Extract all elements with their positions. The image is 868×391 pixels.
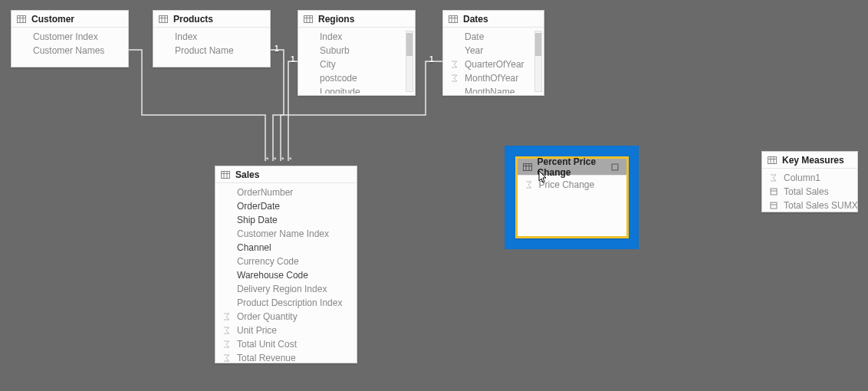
svg-rect-16 (222, 171, 230, 178)
table-title: Sales (235, 169, 259, 180)
scrollbar[interactable] (534, 31, 542, 92)
table-header-key[interactable]: Key Measures (762, 152, 857, 169)
column-item[interactable]: Customer Index (33, 31, 98, 42)
table-title: Percent Price Change (538, 156, 605, 178)
column-list: OrderNumber OrderDate Ship Date Customer… (215, 183, 357, 363)
column-item[interactable]: Index (320, 31, 342, 42)
table-icon (220, 169, 231, 180)
model-canvas[interactable]: 1 1 1 1 * * * * Customer Customer Index … (0, 0, 868, 391)
measure-icon (768, 200, 779, 211)
column-list: Customer Index Customer Names (12, 28, 128, 61)
column-item[interactable]: Column1 (784, 172, 820, 183)
expand-icon[interactable] (610, 162, 620, 172)
table-title: Products (173, 14, 213, 25)
sigma-icon (222, 311, 232, 322)
table-title: Dates (463, 14, 488, 25)
svg-rect-12 (449, 15, 458, 22)
table-header-dates[interactable]: Dates (443, 11, 544, 28)
column-item[interactable]: Product Name (175, 45, 234, 56)
table-icon (158, 14, 169, 25)
column-item[interactable]: Product Description Index (237, 297, 342, 308)
column-item[interactable]: Index (175, 31, 197, 42)
table-header-sales[interactable]: Sales (215, 166, 357, 183)
svg-rect-29 (771, 189, 777, 195)
column-item[interactable]: Currency Code (237, 256, 299, 267)
column-item[interactable]: Longitude (320, 87, 360, 94)
svg-rect-24 (612, 164, 618, 170)
sigma-icon (222, 325, 232, 336)
table-icon (16, 14, 27, 25)
table-title: Regions (318, 14, 354, 25)
column-item[interactable]: Total Revenue (237, 353, 296, 363)
scrollbar[interactable] (406, 31, 413, 92)
svg-rect-20 (523, 163, 531, 170)
cardinality-many: * * * * (266, 156, 294, 163)
column-item[interactable]: MonthName (465, 87, 515, 94)
column-item[interactable]: Customer Name Index (237, 228, 329, 239)
table-title: Customer (31, 14, 74, 25)
sigma-icon (449, 59, 460, 70)
table-icon (522, 162, 533, 172)
column-item[interactable]: Unit Price (237, 325, 277, 336)
table-header-products[interactable]: Products (153, 11, 270, 28)
column-item[interactable]: QuarterOfYear (465, 59, 524, 70)
svg-rect-25 (768, 156, 777, 163)
column-item[interactable]: Total Sales SUMX (784, 200, 857, 211)
svg-rect-4 (159, 15, 168, 22)
svg-rect-0 (18, 15, 26, 22)
sigma-icon (524, 179, 534, 190)
column-item[interactable]: Order Quantity (237, 311, 298, 322)
sigma-icon (222, 339, 232, 350)
measure-icon (768, 186, 779, 197)
table-icon (303, 14, 314, 25)
table-percent-price-change[interactable]: Percent Price Change Price Change (515, 156, 629, 238)
table-header-percent[interactable]: Percent Price Change (518, 159, 626, 176)
table-customer[interactable]: Customer Customer Index Customer Names (11, 10, 129, 67)
column-item[interactable]: Price Change (539, 179, 595, 190)
table-icon (767, 155, 778, 166)
column-item[interactable]: Ship Date (237, 215, 278, 225)
column-item[interactable]: Suburb (320, 45, 350, 56)
column-item[interactable]: Total Unit Cost (237, 339, 297, 350)
table-regions[interactable]: Regions Index Suburb City postcode Longi… (298, 10, 416, 96)
column-item[interactable]: Warehouse Code (237, 270, 308, 281)
column-item[interactable]: OrderNumber (237, 187, 293, 198)
scrollbar-thumb[interactable] (406, 33, 413, 56)
sigma-icon (449, 73, 460, 84)
table-dates[interactable]: Dates Date Year QuarterOfYear MonthOfYea… (442, 10, 544, 96)
table-header-customer[interactable]: Customer (12, 11, 128, 28)
relationship-lines (0, 0, 868, 391)
scrollbar-thumb[interactable] (535, 33, 541, 56)
sigma-icon (222, 353, 232, 363)
table-title: Key Measures (782, 155, 844, 166)
column-item[interactable]: Channel (237, 242, 271, 253)
column-list: Index Suburb City postcode Longitude (298, 28, 415, 94)
selection-highlight: Percent Price Change Price Change (505, 146, 639, 249)
svg-rect-8 (304, 15, 313, 22)
column-list: Index Product Name (153, 28, 270, 61)
table-header-regions[interactable]: Regions (298, 11, 415, 28)
cardinality-one: 1 (275, 44, 279, 53)
column-list: Date Year QuarterOfYear MonthOfYear Mont… (443, 28, 544, 94)
column-list: Price Change (518, 176, 626, 196)
svg-rect-31 (771, 202, 777, 209)
column-item[interactable]: Date (465, 31, 484, 42)
column-item[interactable]: OrderDate (237, 201, 280, 212)
cardinality-one: 1 (429, 55, 434, 64)
column-item[interactable]: Delivery Region Index (237, 284, 327, 294)
column-item[interactable]: City (320, 59, 336, 70)
column-item[interactable]: postcode (320, 73, 357, 84)
sigma-icon (768, 172, 779, 183)
column-item[interactable]: Year (465, 45, 483, 56)
table-key-measures[interactable]: Key Measures Column1 Total Sales Total S… (761, 151, 858, 212)
cardinality-one: 1 (291, 55, 295, 64)
column-item[interactable]: Customer Names (33, 45, 104, 56)
column-item[interactable]: MonthOfYear (465, 73, 518, 84)
column-list: Column1 Total Sales Total Sales SUMX (762, 169, 857, 212)
table-sales[interactable]: Sales OrderNumber OrderDate Ship Date Cu… (215, 166, 357, 363)
column-item[interactable]: Total Sales (784, 186, 829, 197)
table-products[interactable]: Products Index Product Name (153, 10, 271, 67)
table-icon (448, 14, 459, 25)
